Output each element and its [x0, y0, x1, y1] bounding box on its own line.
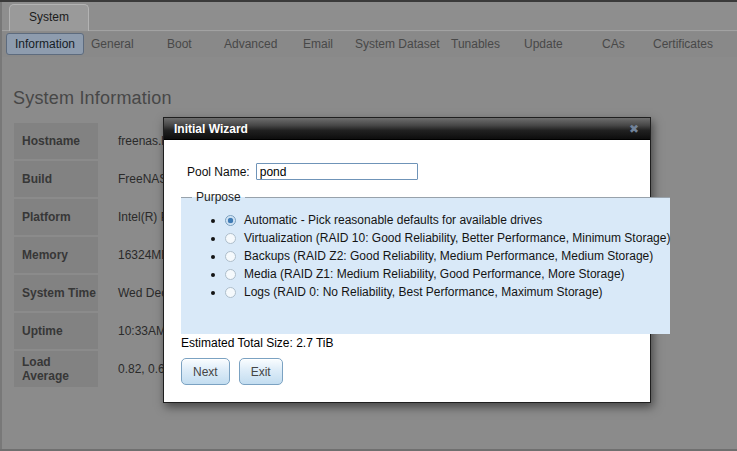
pool-name-label: Pool Name: — [187, 165, 250, 179]
purpose-option-virtualization: Virtualization (RAID 10: Good Reliabilit… — [225, 232, 670, 245]
pool-name-row: Pool Name: — [187, 163, 418, 180]
subtab-email[interactable]: Email — [303, 32, 333, 57]
purpose-option-media: Media (RAID Z1: Medium Reliability, Good… — [225, 268, 670, 281]
purpose-option-label: Backups (RAID Z2: Good Reliability, Medi… — [244, 249, 653, 263]
purpose-option-label: Automatic - Pick reasonable defaults for… — [244, 213, 542, 227]
row-label: Platform — [14, 199, 98, 235]
dialog-titlebar[interactable]: Initial Wizard ✖ — [164, 118, 650, 140]
row-label: System Time — [14, 275, 98, 311]
subtab-advanced[interactable]: Advanced — [224, 32, 277, 57]
radio-button[interactable] — [225, 287, 236, 298]
subtab-bar: Information General Boot Advanced Email … — [2, 32, 737, 57]
radio-button[interactable] — [225, 269, 236, 280]
purpose-options: Automatic - Pick reasonable defaults for… — [225, 214, 670, 299]
main-tab-strip: System — [2, 2, 737, 31]
purpose-option-label: Logs (RAID 0: No Reliability, Best Perfo… — [244, 285, 603, 299]
row-label: Load Average — [14, 351, 98, 387]
row-label: Hostname — [14, 123, 98, 159]
radio-button-selected[interactable] — [225, 215, 236, 226]
purpose-option-label: Virtualization (RAID 10: Good Reliabilit… — [244, 231, 670, 245]
pool-name-input[interactable] — [256, 163, 418, 180]
purpose-option-logs: Logs (RAID 0: No Reliability, Best Perfo… — [225, 286, 670, 299]
estimated-total-size: Estimated Total Size: 2.7 TiB — [181, 336, 334, 350]
subtab-information[interactable]: Information — [6, 33, 84, 55]
page-title: System Information — [13, 88, 172, 109]
row-label: Memory — [14, 237, 98, 273]
subtab-tunables[interactable]: Tunables — [451, 32, 500, 57]
row-label: Build — [14, 161, 98, 197]
dialog-buttons: Next Exit — [181, 358, 283, 385]
subtab-general[interactable]: General — [91, 32, 134, 57]
window-left-border — [0, 2, 2, 451]
purpose-option-backups: Backups (RAID Z2: Good Reliability, Medi… — [225, 250, 670, 263]
radio-button[interactable] — [225, 233, 236, 244]
subtab-update[interactable]: Update — [524, 32, 563, 57]
purpose-option-label: Media (RAID Z1: Medium Reliability, Good… — [244, 267, 625, 281]
dialog-title: Initial Wizard — [164, 122, 248, 136]
subtab-cas[interactable]: CAs — [602, 32, 625, 57]
subtab-certificates[interactable]: Certificates — [653, 32, 713, 57]
subtab-boot[interactable]: Boot — [167, 32, 192, 57]
radio-button[interactable] — [225, 251, 236, 262]
initial-wizard-dialog: Initial Wizard ✖ Pool Name: Purpose Auto… — [163, 117, 651, 403]
purpose-fieldset: Purpose Automatic - Pick reasonable defa… — [181, 190, 670, 334]
row-label: Uptime — [14, 313, 98, 349]
tab-system[interactable]: System — [9, 4, 89, 31]
close-icon[interactable]: ✖ — [629, 121, 639, 137]
subtab-system-dataset[interactable]: System Dataset — [355, 32, 440, 57]
exit-button[interactable]: Exit — [239, 358, 283, 385]
purpose-option-automatic: Automatic - Pick reasonable defaults for… — [225, 214, 670, 227]
purpose-legend: Purpose — [192, 190, 245, 204]
next-button[interactable]: Next — [181, 358, 230, 385]
